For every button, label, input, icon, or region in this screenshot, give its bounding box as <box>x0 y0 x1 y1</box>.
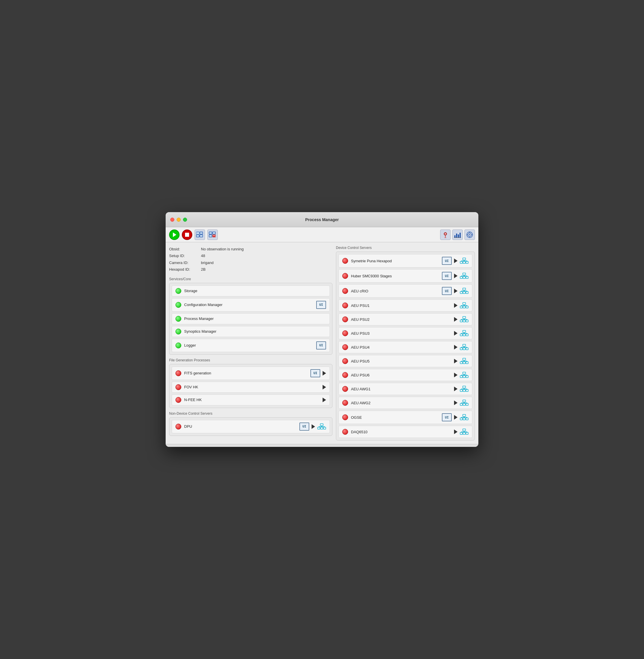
device-name-aeupsu5: AEU PSU5 <box>351 359 369 364</box>
play-button-dpu[interactable] <box>312 424 315 429</box>
play-button-aeupsu2[interactable] <box>454 317 458 322</box>
svg-rect-66 <box>463 306 465 308</box>
svg-rect-93 <box>463 348 465 350</box>
ui-button-fits[interactable]: UI <box>310 369 320 377</box>
svg-rect-101 <box>460 362 462 364</box>
status-dot-aeupsu5 <box>342 358 348 364</box>
network-icon-huber[interactable] <box>460 272 468 279</box>
play-button-hexapod[interactable] <box>454 259 458 263</box>
network-icon-hexapod[interactable] <box>460 257 468 264</box>
svg-rect-94 <box>466 348 468 350</box>
svg-rect-147 <box>463 432 465 434</box>
service-item-dpu: DPU UI <box>172 420 330 433</box>
svg-rect-102 <box>463 362 465 364</box>
ui-button-ogse[interactable]: UI <box>442 413 452 421</box>
svg-rect-65 <box>460 306 462 308</box>
play-button-huber[interactable] <box>454 273 458 278</box>
minimize-button[interactable] <box>177 218 181 222</box>
svg-rect-100 <box>463 358 466 360</box>
stop-all-button[interactable] <box>182 229 192 240</box>
device-actions-huber: UI <box>442 272 468 280</box>
hexapod-id-value: 2B <box>201 266 206 273</box>
play-button-aeupsu1[interactable] <box>454 303 458 308</box>
play-button-ogse[interactable] <box>454 415 458 420</box>
svg-rect-82 <box>463 330 466 332</box>
network-icon-aeupsu3[interactable] <box>460 330 468 337</box>
svg-rect-119 <box>460 390 462 392</box>
play-button-daq6510[interactable] <box>454 430 458 434</box>
ui-button-dpu[interactable]: UI <box>299 422 309 431</box>
play-button-fov[interactable] <box>323 385 326 390</box>
svg-rect-11 <box>213 236 214 237</box>
play-button-aeupsu3[interactable] <box>454 331 458 335</box>
monitor-icon[interactable] <box>207 229 218 240</box>
network-icon-aeupsu1[interactable] <box>460 302 468 309</box>
service-name-storage: Storage <box>184 289 198 293</box>
play-button-nfee[interactable] <box>323 398 326 402</box>
status-dot-aeuawg1 <box>342 386 348 392</box>
service-item-fits: FITS generation UI <box>172 367 330 380</box>
target-icon[interactable] <box>464 229 475 240</box>
svg-rect-130 <box>466 403 468 405</box>
device-left: AEU PSU4 <box>342 344 369 350</box>
device-left: Symetrie Puna Hexapod <box>342 258 392 264</box>
play-button-fits[interactable] <box>323 371 326 376</box>
play-button-aeuawg2[interactable] <box>454 400 458 405</box>
play-button-aeupsu6[interactable] <box>454 373 458 377</box>
network-icon-aeupsu6[interactable] <box>460 372 468 378</box>
svg-rect-37 <box>463 258 466 260</box>
ui-button-aeucrio[interactable]: UI <box>442 287 452 295</box>
network-icon-aeupsu5[interactable] <box>460 358 468 365</box>
service-actions-nfee <box>323 398 326 402</box>
svg-rect-127 <box>463 400 466 402</box>
services-core-label: Services/Core <box>169 277 332 281</box>
play-button-aeupsu5[interactable] <box>454 359 458 364</box>
device-actions-hexapod: UI <box>442 257 468 265</box>
play-button-aeuawg1[interactable] <box>454 387 458 391</box>
ui-button-huber[interactable]: UI <box>442 272 452 280</box>
svg-rect-139 <box>466 418 468 420</box>
status-dot-aeupsu3 <box>342 330 348 336</box>
device-left: OGSE <box>342 414 362 420</box>
toolbar-left <box>169 229 218 240</box>
ui-button-hexapod[interactable]: UI <box>442 257 452 265</box>
device-actions-aeupsu4 <box>454 344 468 351</box>
service-name-fov: FOV HK <box>184 385 198 389</box>
maximize-button[interactable] <box>183 218 187 222</box>
svg-rect-31 <box>323 427 326 429</box>
service-item-nfee: N-FEE HK <box>172 394 330 405</box>
non-device-group: DPU UI <box>169 417 332 436</box>
network-icon-aeuawg2[interactable] <box>460 399 468 406</box>
network-icon-aeucrio[interactable] <box>460 287 468 294</box>
ui-button-logger[interactable]: UI <box>316 342 326 350</box>
network-icon-aeupsu2[interactable] <box>460 316 468 323</box>
svg-rect-48 <box>463 277 465 279</box>
network-icon-ogse[interactable] <box>460 414 468 421</box>
config-icon[interactable] <box>194 229 205 240</box>
service-left: Logger <box>176 343 196 348</box>
service-name-synoptics: Synoptics Manager <box>184 329 216 333</box>
status-dot-storage <box>176 288 181 294</box>
play-button-aeucrio[interactable] <box>454 289 458 293</box>
device-actions-aeupsu2 <box>454 316 468 323</box>
network-icon-dpu[interactable] <box>317 423 326 430</box>
camera-id-row: Camera ID: brigand <box>169 259 332 266</box>
status-dot-daq6510 <box>342 429 348 435</box>
pin-icon[interactable] <box>440 229 451 240</box>
network-icon-aeuawg1[interactable] <box>460 386 468 392</box>
svg-point-13 <box>445 233 446 235</box>
close-button[interactable] <box>170 218 174 222</box>
network-icon-aeupsu4[interactable] <box>460 344 468 351</box>
chart-icon[interactable] <box>452 229 463 240</box>
service-actions-fits: UI <box>310 369 326 377</box>
ui-button-config[interactable]: UI <box>316 301 326 309</box>
service-name-config: Configuration Manager <box>184 303 222 307</box>
device-actions-ogse: UI <box>442 413 468 421</box>
file-gen-group: FITS generation UI FOV HK <box>169 364 332 408</box>
svg-rect-58 <box>466 291 468 293</box>
play-all-button[interactable] <box>169 229 180 240</box>
service-actions-config: UI <box>316 301 326 309</box>
play-button-aeupsu4[interactable] <box>454 345 458 350</box>
setup-id-label: Setup ID: <box>169 252 201 259</box>
network-icon-daq6510[interactable] <box>460 428 468 435</box>
